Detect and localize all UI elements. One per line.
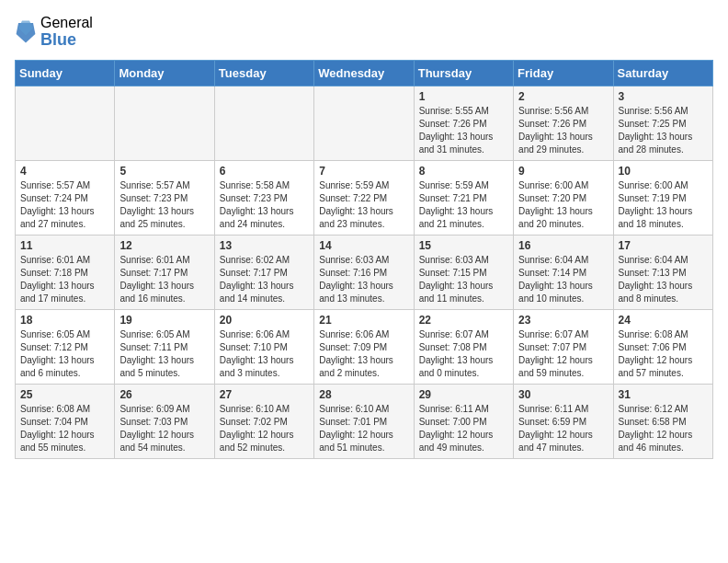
page-header: GeneralBlue <box>15 15 713 49</box>
day-number: 13 <box>220 239 309 252</box>
day-info: Sunrise: 6:08 AMSunset: 7:04 PMDaylight:… <box>20 403 109 454</box>
calendar-day-cell: 10Sunrise: 6:00 AMSunset: 7:19 PMDayligh… <box>613 161 712 236</box>
day-info: Sunrise: 6:05 AMSunset: 7:12 PMDaylight:… <box>20 328 109 380</box>
calendar-week-row: 4Sunrise: 5:57 AMSunset: 7:24 PMDaylight… <box>16 161 713 236</box>
calendar-day-cell: 8Sunrise: 5:59 AMSunset: 7:21 PMDaylight… <box>414 161 513 236</box>
day-info: Sunrise: 6:01 AMSunset: 7:18 PMDaylight:… <box>20 254 109 305</box>
calendar-day-cell: 17Sunrise: 6:04 AMSunset: 7:13 PMDayligh… <box>613 236 712 310</box>
calendar-table: SundayMondayTuesdayWednesdayThursdayFrid… <box>15 60 713 459</box>
calendar-week-row: 25Sunrise: 6:08 AMSunset: 7:04 PMDayligh… <box>16 385 713 459</box>
day-info: Sunrise: 6:12 AMSunset: 6:58 PMDaylight:… <box>619 403 708 454</box>
day-info: Sunrise: 5:59 AMSunset: 7:22 PMDaylight:… <box>319 179 408 231</box>
day-info: Sunrise: 6:03 AMSunset: 7:15 PMDaylight:… <box>419 254 508 305</box>
calendar-day-cell: 29Sunrise: 6:11 AMSunset: 7:00 PMDayligh… <box>414 385 513 459</box>
calendar-day-header: Sunday <box>16 61 115 86</box>
calendar-week-row: 1Sunrise: 5:55 AMSunset: 7:26 PMDaylight… <box>16 86 713 161</box>
day-info: Sunrise: 6:03 AMSunset: 7:16 PMDaylight:… <box>319 254 408 305</box>
day-info: Sunrise: 6:00 AMSunset: 7:19 PMDaylight:… <box>619 179 708 231</box>
calendar-day-cell: 26Sunrise: 6:09 AMSunset: 7:03 PMDayligh… <box>115 385 214 459</box>
day-info: Sunrise: 6:09 AMSunset: 7:03 PMDaylight:… <box>119 403 209 454</box>
day-number: 29 <box>419 388 508 401</box>
day-number: 11 <box>20 239 109 252</box>
day-info: Sunrise: 6:04 AMSunset: 7:14 PMDaylight:… <box>518 254 608 305</box>
day-number: 18 <box>20 314 109 327</box>
day-number: 7 <box>319 165 408 178</box>
day-number: 9 <box>518 165 608 178</box>
logo-blue: Blue <box>40 31 93 50</box>
day-info: Sunrise: 6:08 AMSunset: 7:06 PMDaylight:… <box>619 328 708 380</box>
calendar-day-cell: 25Sunrise: 6:08 AMSunset: 7:04 PMDayligh… <box>16 385 115 459</box>
day-info: Sunrise: 6:01 AMSunset: 7:17 PMDaylight:… <box>119 254 209 305</box>
day-number: 14 <box>319 239 408 252</box>
day-info: Sunrise: 5:56 AMSunset: 7:26 PMDaylight:… <box>518 105 608 156</box>
calendar-day-cell: 30Sunrise: 6:11 AMSunset: 6:59 PMDayligh… <box>514 385 613 459</box>
calendar-day-cell: 3Sunrise: 5:56 AMSunset: 7:25 PMDaylight… <box>613 86 712 161</box>
day-info: Sunrise: 6:07 AMSunset: 7:07 PMDaylight:… <box>518 328 608 380</box>
day-number: 1 <box>419 90 508 103</box>
day-number: 4 <box>20 165 109 178</box>
calendar-day-cell: 11Sunrise: 6:01 AMSunset: 7:18 PMDayligh… <box>16 236 115 310</box>
day-info: Sunrise: 5:59 AMSunset: 7:21 PMDaylight:… <box>419 179 508 231</box>
calendar-day-cell: 18Sunrise: 6:05 AMSunset: 7:12 PMDayligh… <box>16 310 115 385</box>
logo-icon <box>15 19 37 45</box>
day-number: 27 <box>220 388 309 401</box>
calendar-day-cell: 19Sunrise: 6:05 AMSunset: 7:11 PMDayligh… <box>115 310 214 385</box>
day-info: Sunrise: 5:58 AMSunset: 7:23 PMDaylight:… <box>220 179 309 231</box>
day-number: 30 <box>518 388 608 401</box>
logo-text: GeneralBlue <box>40 15 93 49</box>
day-info: Sunrise: 5:57 AMSunset: 7:23 PMDaylight:… <box>119 179 209 231</box>
calendar-header-row: SundayMondayTuesdayWednesdayThursdayFrid… <box>16 61 713 86</box>
calendar-day-cell: 1Sunrise: 5:55 AMSunset: 7:26 PMDaylight… <box>414 86 513 161</box>
calendar-day-cell: 28Sunrise: 6:10 AMSunset: 7:01 PMDayligh… <box>314 385 414 459</box>
day-number: 20 <box>220 314 309 327</box>
calendar-day-header: Thursday <box>414 61 513 86</box>
calendar-day-cell: 13Sunrise: 6:02 AMSunset: 7:17 PMDayligh… <box>214 236 313 310</box>
calendar-day-cell <box>115 86 214 161</box>
calendar-day-cell: 15Sunrise: 6:03 AMSunset: 7:15 PMDayligh… <box>414 236 513 310</box>
day-number: 16 <box>518 239 608 252</box>
day-info: Sunrise: 6:06 AMSunset: 7:10 PMDaylight:… <box>220 328 309 380</box>
day-info: Sunrise: 6:02 AMSunset: 7:17 PMDaylight:… <box>220 254 309 305</box>
calendar-day-cell: 9Sunrise: 6:00 AMSunset: 7:20 PMDaylight… <box>514 161 613 236</box>
day-number: 31 <box>619 388 708 401</box>
calendar-day-cell: 23Sunrise: 6:07 AMSunset: 7:07 PMDayligh… <box>514 310 613 385</box>
day-number: 3 <box>619 90 708 103</box>
day-number: 8 <box>419 165 508 178</box>
calendar-day-header: Wednesday <box>314 61 414 86</box>
day-info: Sunrise: 6:11 AMSunset: 7:00 PMDaylight:… <box>419 403 508 454</box>
day-number: 12 <box>119 239 209 252</box>
logo-general: General <box>40 15 93 31</box>
calendar-day-cell: 7Sunrise: 5:59 AMSunset: 7:22 PMDaylight… <box>314 161 414 236</box>
day-number: 25 <box>20 388 109 401</box>
calendar-day-cell <box>314 86 414 161</box>
day-number: 26 <box>119 388 209 401</box>
day-number: 23 <box>518 314 608 327</box>
day-info: Sunrise: 6:00 AMSunset: 7:20 PMDaylight:… <box>518 179 608 231</box>
day-info: Sunrise: 5:57 AMSunset: 7:24 PMDaylight:… <box>20 179 109 231</box>
calendar-day-cell: 16Sunrise: 6:04 AMSunset: 7:14 PMDayligh… <box>514 236 613 310</box>
day-info: Sunrise: 6:11 AMSunset: 6:59 PMDaylight:… <box>518 403 608 454</box>
calendar-day-cell: 5Sunrise: 5:57 AMSunset: 7:23 PMDaylight… <box>115 161 214 236</box>
calendar-day-header: Monday <box>115 61 214 86</box>
calendar-week-row: 18Sunrise: 6:05 AMSunset: 7:12 PMDayligh… <box>16 310 713 385</box>
day-number: 15 <box>419 239 508 252</box>
day-number: 2 <box>518 90 608 103</box>
calendar-day-cell: 4Sunrise: 5:57 AMSunset: 7:24 PMDaylight… <box>16 161 115 236</box>
calendar-day-cell: 24Sunrise: 6:08 AMSunset: 7:06 PMDayligh… <box>613 310 712 385</box>
day-info: Sunrise: 6:04 AMSunset: 7:13 PMDaylight:… <box>619 254 708 305</box>
calendar-day-header: Saturday <box>613 61 712 86</box>
day-info: Sunrise: 6:07 AMSunset: 7:08 PMDaylight:… <box>419 328 508 380</box>
day-info: Sunrise: 6:10 AMSunset: 7:01 PMDaylight:… <box>319 403 408 454</box>
calendar-day-cell: 14Sunrise: 6:03 AMSunset: 7:16 PMDayligh… <box>314 236 414 310</box>
day-info: Sunrise: 6:05 AMSunset: 7:11 PMDaylight:… <box>119 328 209 380</box>
calendar-day-cell: 6Sunrise: 5:58 AMSunset: 7:23 PMDaylight… <box>214 161 313 236</box>
day-number: 24 <box>619 314 708 327</box>
day-number: 6 <box>220 165 309 178</box>
day-number: 17 <box>619 239 708 252</box>
calendar-day-header: Tuesday <box>214 61 313 86</box>
logo: GeneralBlue <box>15 15 93 49</box>
day-number: 19 <box>119 314 209 327</box>
day-number: 5 <box>119 165 209 178</box>
day-number: 28 <box>319 388 408 401</box>
calendar-day-cell <box>214 86 313 161</box>
